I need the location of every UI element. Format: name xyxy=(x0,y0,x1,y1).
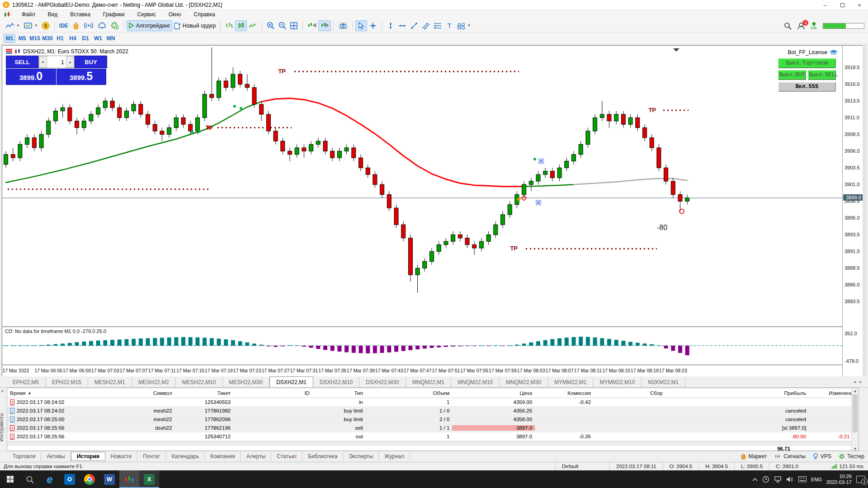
volume-value[interactable]: 1 xyxy=(47,59,66,66)
column-header-Время[interactable]: Время ▲ xyxy=(7,390,87,396)
timeframe-M30[interactable]: M30 xyxy=(42,34,53,43)
toolbox-tab-Торговля[interactable]: Торговля xyxy=(7,452,41,461)
toolbox-tab-Компания[interactable]: Компания xyxy=(205,452,241,461)
zoom-out-icon[interactable] xyxy=(276,20,288,31)
cloud-icon[interactable] xyxy=(95,20,109,31)
current-price-label[interactable]: 3899.0 xyxy=(843,194,864,201)
action-center-icon[interactable]: 1 xyxy=(856,476,865,483)
channel-icon[interactable] xyxy=(420,20,432,31)
history-row[interactable]: 2022.03.17 08:25:00mesh22177862096buy li… xyxy=(7,415,859,424)
screenshot-icon[interactable] xyxy=(337,20,349,31)
toolbox-tab-История[interactable]: История xyxy=(71,452,105,461)
service-Маркет[interactable]: Маркет xyxy=(741,453,767,460)
timeframe-H4[interactable]: H4 xyxy=(67,34,79,43)
column-header-Объем[interactable]: Объем xyxy=(366,390,453,396)
toolbox-tab-Активы[interactable]: Активы xyxy=(41,452,71,461)
column-header-Символ[interactable]: Символ xyxy=(87,390,175,396)
chart-tab-MESH22,M2[interactable]: MESH22,M2 xyxy=(132,377,176,387)
language-indicator[interactable]: ENG xyxy=(811,477,822,482)
chart-tab-DSXH22,M1[interactable]: DSXH22,M1 xyxy=(269,376,313,387)
depth-of-market-icon[interactable] xyxy=(6,49,12,54)
taskbar-app-outlook[interactable]: O xyxy=(60,470,80,488)
chart-tab-DSXH22,M30[interactable]: DSXH22,M30 xyxy=(359,377,406,387)
chart-tab-EPH22,M15[interactable]: EPH22,M15 xyxy=(46,377,88,387)
vertical-line-icon[interactable] xyxy=(385,20,396,31)
chart-tab-M2KM22,M1[interactable]: M2KM22,M1 xyxy=(642,377,685,387)
taskbar-app-word[interactable]: W xyxy=(99,470,119,488)
disable-buy-button[interactable]: Выкл.BUY xyxy=(778,70,806,80)
chart-symbol-icon[interactable] xyxy=(14,49,21,54)
timeframe-M5[interactable]: M5 xyxy=(16,34,28,43)
toolbox-tab-Алерты[interactable]: Алерты xyxy=(241,452,271,461)
column-header-Комиссия[interactable]: Комиссия xyxy=(535,390,594,396)
price-chart[interactable]: TPTPTPTP-80 xyxy=(2,46,842,376)
history-row[interactable]: 2022.03.17 08:24:02mesh22177861982buy li… xyxy=(7,407,859,415)
community-icon[interactable] xyxy=(109,20,121,31)
zoom-in-icon[interactable] xyxy=(264,20,276,31)
column-header-ID[interactable]: ID xyxy=(233,390,312,396)
volume-icon[interactable] xyxy=(786,476,794,483)
timeframe-MN[interactable]: MN xyxy=(105,34,117,43)
service-VPS[interactable]: VPS xyxy=(813,453,831,460)
bars-chart-icon[interactable] xyxy=(223,20,235,31)
chart-tab-MNQM22,M10[interactable]: MNQM22,M10 xyxy=(451,377,500,387)
buy-button[interactable]: BUY xyxy=(75,56,107,68)
taskbar-app-start[interactable] xyxy=(0,470,20,488)
taskbar-app-excel[interactable]: X xyxy=(139,470,159,488)
maximize-button[interactable] xyxy=(834,0,851,10)
time-axis[interactable]: 17 Mar 202217 Mar 06:5517 Mar 06:5917 Ma… xyxy=(2,365,842,376)
timeframe-D1[interactable]: D1 xyxy=(80,34,91,43)
volume-up-icon[interactable]: ▲ xyxy=(66,56,74,68)
history-row[interactable]: 2022.03.17 08:25:56125340712out13897.0-0… xyxy=(7,432,859,441)
menu-item-Файл[interactable]: Файл xyxy=(15,11,42,18)
timeframe-W1[interactable]: W1 xyxy=(92,34,104,43)
cursor-icon[interactable] xyxy=(355,20,367,31)
market-store-icon[interactable] xyxy=(70,20,82,31)
history-vertical-scrollbar[interactable]: ▲ ▼ xyxy=(851,388,859,451)
timeframe-M1[interactable]: M1 xyxy=(4,34,15,43)
search-icon[interactable] xyxy=(784,22,792,30)
chart-vertical-scrollbar[interactable] xyxy=(863,45,866,376)
text-icon[interactable]: T xyxy=(443,20,455,31)
history-horizontal-scrollbar[interactable] xyxy=(7,441,852,446)
menu-item-Вид[interactable]: Вид xyxy=(42,11,64,18)
menu-item-Окно[interactable]: Окно xyxy=(162,11,188,18)
column-header-Тикет[interactable]: Тикет xyxy=(175,390,233,396)
toolbox-tab-Почта[interactable]: Почта7 xyxy=(137,452,166,461)
column-header-Тип[interactable]: Тип xyxy=(312,390,366,396)
candles-chart-icon[interactable] xyxy=(235,20,247,31)
new-order-button[interactable]: Новый ордер xyxy=(172,20,218,31)
taskbar-app-search[interactable] xyxy=(20,470,40,488)
grid-icon[interactable] xyxy=(288,20,300,31)
chart-profile-icon[interactable]: ▼ xyxy=(4,20,22,31)
toolbox-tab-Журнал[interactable]: Журнал xyxy=(379,452,410,461)
tray-clock-icon[interactable] xyxy=(762,476,769,483)
market-watch-icon[interactable]: ▼ xyxy=(22,20,40,31)
taskbar-app-chrome[interactable] xyxy=(80,470,99,488)
sell-button[interactable]: SELL xyxy=(6,56,38,68)
chart-tabs-scroll-arrows[interactable]: ◂▸ xyxy=(854,379,865,384)
toolbox-tab-Статьи[interactable]: Статьи2 xyxy=(271,452,302,461)
toolbox-tab-Эксперты[interactable]: Эксперты xyxy=(343,452,379,461)
volume-stepper[interactable]: ▼ 1 ▲ xyxy=(38,56,75,68)
tray-clock[interactable]: 10:262022-03-17 xyxy=(826,474,852,485)
chart-tab-MESH22,M1[interactable]: MESH22,M1 xyxy=(88,377,132,387)
price-axis[interactable]: 3918.53916.03913.53911.03908.53906.03903… xyxy=(842,46,864,376)
chart-tab-EPH22,M5[interactable]: EPH22,M5 xyxy=(6,377,46,387)
network-icon[interactable] xyxy=(774,476,782,483)
chart-tab-MNQM22,M1[interactable]: MNQM22,M1 xyxy=(406,377,451,387)
toolbox-label[interactable]: Инструменты xyxy=(0,396,7,459)
algo-trading-button[interactable]: Алготрейдинг xyxy=(127,20,172,31)
bid-price[interactable]: 3899.0 xyxy=(6,69,56,85)
account-icon[interactable]: 1 xyxy=(797,22,805,30)
timeframe-M15[interactable]: M15 xyxy=(29,34,41,43)
disable-trading-button[interactable]: Выкл.Торговлю xyxy=(778,58,836,68)
chart-tab-MYMM22,M1[interactable]: MYMM22,M1 xyxy=(548,377,593,387)
trendline-icon[interactable] xyxy=(408,20,420,31)
ide-icon[interactable]: IDE xyxy=(57,20,70,31)
taskbar-app-edge[interactable]: e xyxy=(40,470,60,488)
timeframe-H1[interactable]: H1 xyxy=(54,34,66,43)
horizontal-line-icon[interactable] xyxy=(396,20,408,31)
ask-price[interactable]: 3899.5 xyxy=(56,69,106,85)
disable-sell-button[interactable]: Выкл.SELL xyxy=(808,70,836,80)
